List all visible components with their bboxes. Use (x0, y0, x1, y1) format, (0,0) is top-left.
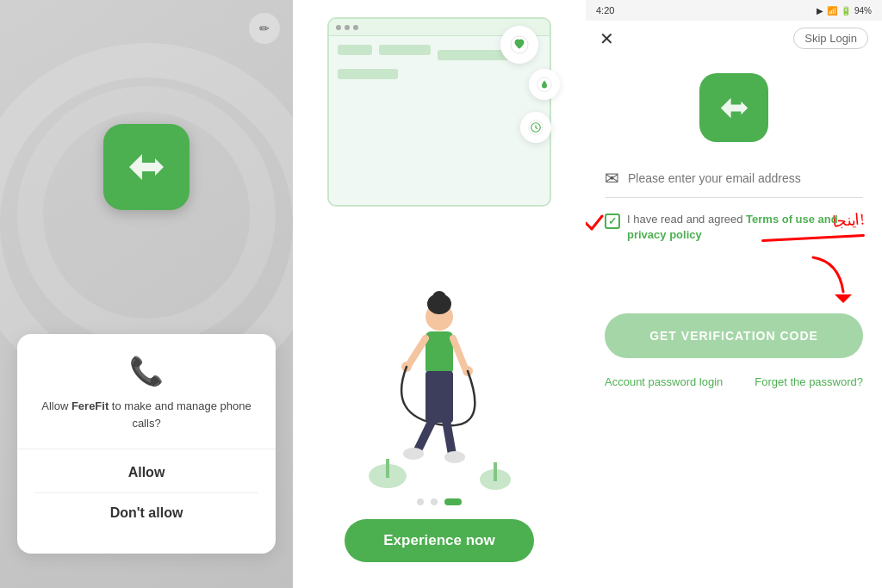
signal-icon: 📶 (827, 6, 837, 15)
bottom-links: Account password login Forget the passwo… (605, 375, 863, 388)
onboarding-dots (417, 498, 462, 505)
deny-button[interactable]: Don't allow (34, 492, 258, 533)
heart-icon (500, 26, 538, 64)
svg-point-18 (403, 448, 424, 460)
svg-line-17 (446, 420, 452, 455)
login-panel: 4:20 ▶ 📶 🔋 94% ✕ Skip Login ✉ اینجا! (586, 0, 882, 588)
svg-line-16 (418, 420, 432, 450)
status-bar: 4:20 ▶ 📶 🔋 94% (586, 0, 882, 21)
drop-icon (529, 69, 560, 100)
email-input-row: ✉ (605, 168, 863, 198)
status-icons: ▶ 📶 🔋 94% (817, 6, 872, 15)
onboarding-panel: Experience now (293, 0, 586, 588)
status-time: 4:20 (596, 5, 614, 15)
svg-rect-15 (425, 371, 453, 423)
wifi-icon: ▶ (817, 6, 823, 15)
svg-line-11 (409, 338, 425, 364)
onboarding-illustration (293, 0, 586, 485)
svg-line-12 (453, 338, 465, 368)
splash-logo-container (103, 0, 189, 334)
app-logo (103, 124, 189, 210)
allow-button[interactable]: Allow (34, 453, 258, 492)
svg-rect-10 (425, 331, 453, 374)
dot-1[interactable] (417, 498, 424, 505)
girl-illustration (362, 269, 517, 485)
login-header: ✕ Skip Login (586, 21, 882, 56)
close-button[interactable]: ✕ (599, 28, 614, 49)
dot-2[interactable] (431, 498, 438, 505)
splash-panel: ✏ 📞 Allow FereFit to make and manage pho… (0, 0, 293, 588)
battery-icon: 🔋 (841, 6, 851, 15)
permission-dialog: 📞 Allow FereFit to make and manage phone… (17, 334, 276, 554)
svg-marker-25 (835, 294, 852, 303)
email-input[interactable] (628, 171, 863, 185)
dialog-permission-text: Allow FereFit to make and manage phone c… (34, 398, 258, 431)
red-arrow-annotation (787, 253, 856, 305)
phone-icon: 📞 (34, 355, 258, 387)
svg-rect-23 (494, 462, 497, 481)
edit-icon[interactable]: ✏ (249, 13, 280, 44)
terms-row: I have read and agreed Terms of use and … (605, 212, 863, 243)
get-verification-code-button[interactable]: GET VERIFICATION CODE (605, 313, 863, 358)
svg-point-9 (432, 291, 446, 305)
experience-now-button[interactable]: Experience now (345, 519, 534, 562)
svg-rect-22 (386, 459, 389, 478)
battery-percent: 94% (854, 6, 872, 15)
red-checkmark-annotation (586, 207, 609, 238)
forget-password-link[interactable]: Forget the password? (755, 375, 863, 388)
email-icon: ✉ (605, 168, 619, 189)
clock-icon (520, 112, 551, 143)
svg-point-19 (444, 451, 465, 463)
login-logo-wrapper (699, 73, 768, 142)
login-logo (699, 73, 768, 142)
account-password-login-link[interactable]: Account password login (605, 375, 723, 388)
skip-login-button[interactable]: Skip Login (793, 28, 868, 49)
dot-3-active[interactable] (444, 498, 462, 505)
terms-text: I have read and agreed Terms of use and … (627, 212, 863, 243)
